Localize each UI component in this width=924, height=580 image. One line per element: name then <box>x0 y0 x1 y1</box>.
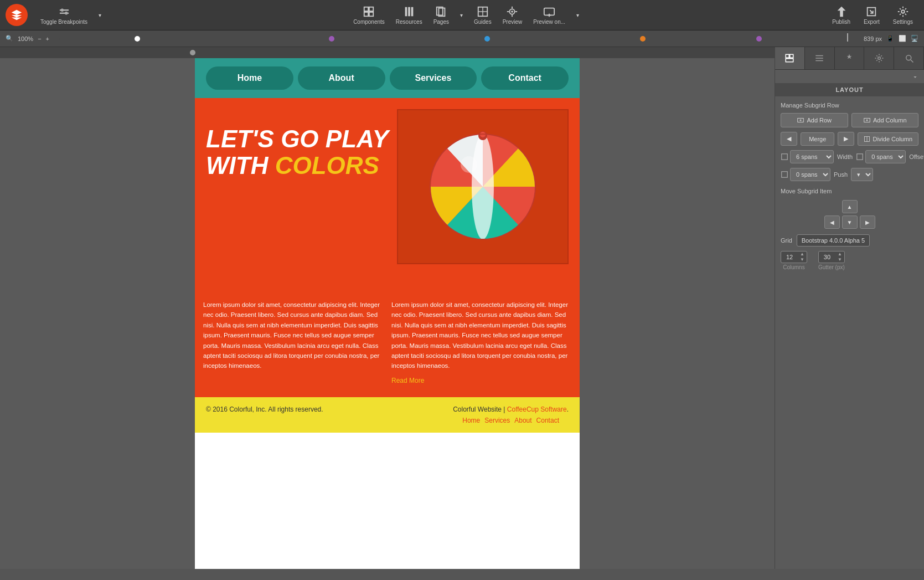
zoom-out-btn[interactable]: − <box>38 35 41 42</box>
footer-site-info: Colorful Website | CoffeeCup Software. <box>453 406 569 413</box>
svg-point-42 <box>906 55 911 60</box>
tab-search[interactable] <box>894 47 924 69</box>
move-up-btn[interactable]: ▲ <box>842 200 858 213</box>
mobile-icon[interactable]: 📱 <box>886 35 894 42</box>
nav-home-btn[interactable]: Home <box>206 66 293 90</box>
zoom-level: 100% <box>18 35 33 42</box>
panel-section-title: LAYOUT <box>775 83 924 96</box>
columns-stepper-btns: ▲ ▼ <box>798 251 807 263</box>
gutter-stepper: 30 ▲ ▼ <box>818 251 845 263</box>
move-lr-row: ◀ ▼ ▶ <box>824 215 875 229</box>
merge-right-btn[interactable]: ▶ <box>838 132 854 146</box>
svg-point-27 <box>901 10 905 13</box>
gutter-stepper-btns: ▲ ▼ <box>835 251 844 263</box>
pages-btn[interactable]: Pages <box>429 3 453 27</box>
svg-rect-37 <box>786 59 794 62</box>
add-column-btn[interactable]: Add Column <box>851 113 919 127</box>
canvas-scroll: Home About Services Contact LET'S GO PLA… <box>0 58 775 569</box>
columns-up-btn[interactable]: ▲ <box>798 251 807 257</box>
ruler-dot-1[interactable] <box>135 36 140 42</box>
gutter-value: 30 <box>819 252 835 262</box>
tab-style[interactable] <box>835 47 865 69</box>
svg-rect-52 <box>782 154 788 160</box>
app-logo[interactable] <box>6 4 28 26</box>
zoom-in-btn[interactable]: + <box>46 35 49 42</box>
tablet-icon[interactable]: ⬜ <box>899 35 906 42</box>
ruler-dot-2[interactable] <box>329 36 334 42</box>
desktop-icon[interactable]: 🖥️ <box>911 35 918 42</box>
beach-ball-image <box>427 131 538 242</box>
resources-btn[interactable]: Resources <box>391 3 427 27</box>
gutter-down-btn[interactable]: ▼ <box>835 257 844 263</box>
footer-nav: Home Services About Contact <box>453 417 569 424</box>
toggle-breakpoints-arrow[interactable]: ▾ <box>94 10 106 20</box>
footer-nav-home[interactable]: Home <box>462 417 480 424</box>
offset-label: Offset <box>909 153 924 160</box>
ruler-dot-5[interactable] <box>756 36 762 42</box>
push-label: Push <box>834 171 848 178</box>
push-select[interactable]: 0 spans 1 spans 2 spans <box>790 168 830 181</box>
spans-select[interactable]: 6 spans 1 spans 2 spans 3 spans 4 spans … <box>790 150 834 163</box>
toggle-breakpoints-btn[interactable]: Toggle Breakpoints <box>36 3 92 27</box>
merge-btn[interactable]: Merge <box>801 132 834 146</box>
guides-btn[interactable]: Guides <box>469 3 496 27</box>
panel-collapse-btn[interactable] <box>775 70 924 83</box>
svg-point-30 <box>472 134 494 239</box>
publish-btn[interactable]: Publish <box>827 3 856 27</box>
footer-nav-about[interactable]: About <box>514 417 531 424</box>
nav-bar: Home About Services Contact <box>195 58 580 98</box>
svg-rect-9 <box>408 7 410 16</box>
push-direction-select[interactable]: ▾ ▴ <box>851 168 873 181</box>
tab-layout[interactable] <box>775 47 805 69</box>
lorem-col-2: Lorem ipsum dolor sit amet, consectetur … <box>391 300 571 386</box>
components-btn[interactable]: Components <box>349 3 389 27</box>
footer-nav-services[interactable]: Services <box>484 417 510 424</box>
preview-btn[interactable]: Preview <box>498 3 527 27</box>
svg-point-17 <box>512 11 514 13</box>
svg-rect-54 <box>782 172 788 178</box>
nav-services-btn[interactable]: Services <box>390 66 477 90</box>
tab-settings[interactable] <box>864 47 894 69</box>
move-down-btn[interactable]: ▼ <box>842 215 858 229</box>
coffeecup-link[interactable]: CoffeeCup Software <box>507 406 567 413</box>
svg-point-31 <box>461 156 477 173</box>
spans-width-row: 6 spans 1 spans 2 spans 3 spans 4 spans … <box>781 150 918 163</box>
ruler-dot-3[interactable] <box>484 36 490 42</box>
right-panel: LAYOUT Manage Subgrid Row Add Row Add Co… <box>775 47 924 569</box>
read-more-link[interactable]: Read More <box>391 376 571 386</box>
pages-arrow[interactable]: ▾ <box>456 10 467 20</box>
hero-title-colors: COLORS <box>275 152 379 179</box>
move-left-btn[interactable]: ◀ <box>824 215 840 229</box>
settings-btn[interactable]: Settings <box>887 3 918 27</box>
hero-section: LET'S GO PLAY WITH COLORS <box>195 98 580 397</box>
push-row: 0 spans 1 spans 2 spans Push ▾ ▴ <box>781 168 918 181</box>
tab-menu[interactable] <box>805 47 835 69</box>
move-right-btn[interactable]: ▶ <box>860 215 875 229</box>
nav-contact-btn[interactable]: Contact <box>481 66 569 90</box>
push-spans-group: 0 spans 1 spans 2 spans <box>781 168 830 181</box>
canvas-area: Home About Services Contact LET'S GO PLA… <box>0 47 775 569</box>
gutter-up-btn[interactable]: ▲ <box>835 251 844 257</box>
columns-value: 12 <box>781 252 798 262</box>
manage-subgrid-label: Manage Subgrid Row <box>781 102 918 109</box>
preview-on-arrow[interactable]: ▾ <box>572 10 584 20</box>
offset-select[interactable]: 0 spans 1 spans 2 spans <box>865 150 906 163</box>
lorem-col-1: Lorem ipsum dolor sit amet, consectetur … <box>203 300 383 386</box>
columns-down-btn[interactable]: ▼ <box>798 257 807 263</box>
merge-left-btn[interactable]: ◀ <box>781 132 797 146</box>
canvas-handle[interactable] <box>190 50 195 55</box>
svg-rect-6 <box>364 12 368 16</box>
ruler-dot-4[interactable] <box>640 36 646 42</box>
preview-on-btn[interactable]: Preview on... <box>529 3 570 27</box>
export-btn[interactable]: Export <box>858 3 885 27</box>
move-subgrid-label: Move Subgrid Item <box>781 188 918 194</box>
search-icon: 🔍 <box>6 35 13 42</box>
px-display: 839 px <box>864 35 882 42</box>
grid-value: Bootstrap 4.0.0 Alpha 5 <box>797 234 870 247</box>
footer-nav-contact[interactable]: Contact <box>536 417 559 424</box>
move-up-row: ▲ <box>842 200 858 213</box>
add-row-btn[interactable]: Add Row <box>781 113 848 127</box>
divide-column-btn[interactable]: Divide Column <box>858 132 918 146</box>
svg-rect-10 <box>411 7 413 16</box>
nav-about-btn[interactable]: About <box>298 66 385 90</box>
